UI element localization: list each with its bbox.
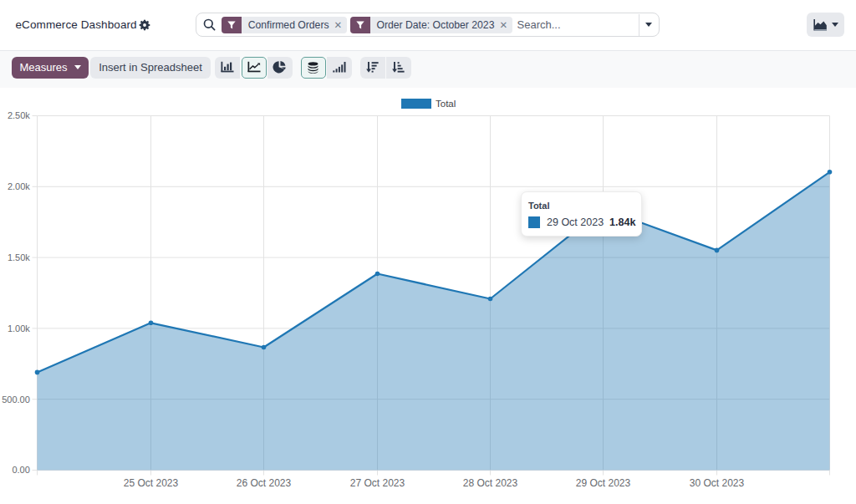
- svg-text:2.50k: 2.50k: [8, 110, 30, 120]
- svg-text:500.00: 500.00: [2, 395, 30, 405]
- svg-text:27 Oct 2023: 27 Oct 2023: [350, 477, 405, 489]
- svg-text:2.00k: 2.00k: [8, 181, 30, 191]
- svg-text:1.50k: 1.50k: [8, 252, 30, 262]
- svg-text:25 Oct 2023: 25 Oct 2023: [124, 477, 179, 489]
- svg-text:30 Oct 2023: 30 Oct 2023: [690, 477, 745, 489]
- svg-text:26 Oct 2023: 26 Oct 2023: [237, 477, 292, 489]
- svg-text:28 Oct 2023: 28 Oct 2023: [463, 477, 518, 489]
- svg-text:1.00k: 1.00k: [8, 323, 30, 333]
- svg-text:29 Oct 2023: 29 Oct 2023: [576, 477, 631, 489]
- svg-text:0.00: 0.00: [12, 465, 29, 475]
